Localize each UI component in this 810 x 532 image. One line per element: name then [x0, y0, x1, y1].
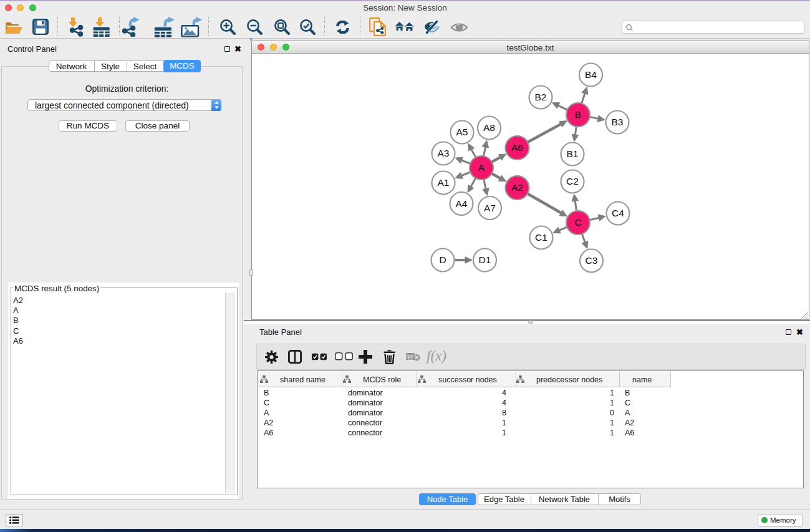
svg-text:A3: A3 — [438, 148, 450, 158]
svg-text:A6: A6 — [511, 142, 523, 153]
svg-text:D1: D1 — [479, 254, 491, 265]
svg-text:A5: A5 — [456, 127, 468, 137]
svg-text:C1: C1 — [535, 232, 547, 243]
svg-text:A7: A7 — [484, 203, 496, 213]
svg-text:A2: A2 — [511, 182, 523, 193]
svg-text:A8: A8 — [483, 122, 495, 133]
svg-text:B3: B3 — [612, 117, 624, 127]
svg-text:B: B — [575, 109, 581, 120]
svg-text:B4: B4 — [585, 69, 597, 80]
svg-text:D: D — [439, 254, 446, 265]
svg-text:B2: B2 — [535, 92, 547, 102]
svg-text:C: C — [574, 217, 581, 228]
svg-text:B1: B1 — [567, 148, 579, 159]
svg-text:C2: C2 — [566, 176, 579, 186]
svg-text:A4: A4 — [456, 198, 468, 209]
svg-text:C4: C4 — [612, 208, 624, 218]
svg-text:A1: A1 — [438, 177, 450, 188]
svg-text:C3: C3 — [586, 255, 598, 266]
svg-text:A: A — [478, 162, 485, 173]
